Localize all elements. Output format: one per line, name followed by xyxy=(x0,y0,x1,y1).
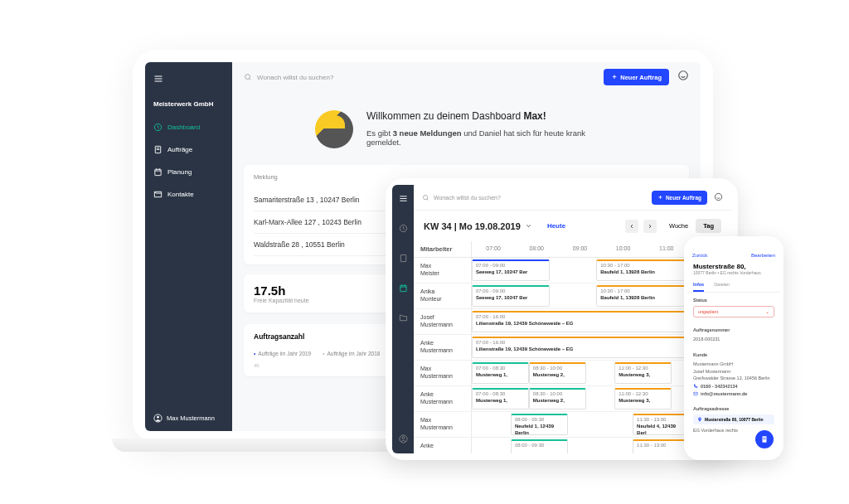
schedule-event[interactable]: 11:00 - 12:30Musterweg 3, xyxy=(614,388,672,410)
search-placeholder: Wonach willst du suchen? xyxy=(434,195,501,201)
stat-value: 17.5h xyxy=(254,284,309,298)
address-label: Auftragsadresse xyxy=(693,406,774,411)
tab-infos[interactable]: Infos xyxy=(693,282,704,292)
sidebar-item-label: Kontakte xyxy=(167,191,194,198)
schedule-event[interactable]: 11:30 - 13:00Neufeld 4, 12439 Berl xyxy=(633,414,690,435)
search-icon xyxy=(244,73,252,81)
user-name: Max Mustermann xyxy=(167,414,215,422)
welcome-block: Willkommen zu deinem Dashboard Max! Es g… xyxy=(232,92,701,160)
kunde-lines: Mustermann GmbH Josef Mustermann Greifsw… xyxy=(693,361,774,381)
schedule-event[interactable]: 07:00 - 16:00Lilienstraße 19, 12439 Schö… xyxy=(472,337,692,358)
svg-point-5 xyxy=(245,75,250,80)
tablet-topbar: Wonach willst du suchen? ＋ Neuer Auftrag xyxy=(414,185,731,211)
view-week[interactable]: Woche xyxy=(662,219,696,233)
schedule-event[interactable]: 08:00 - 09:30 xyxy=(511,439,568,453)
schedule-event[interactable]: 11:30 - 13:00 xyxy=(633,439,690,453)
document-icon[interactable] xyxy=(399,251,408,266)
schedule-event[interactable]: 07:00 - 09:00Seeweg 17, 10247 Ber xyxy=(472,259,550,281)
employee-column-head: Mitarbeiter xyxy=(414,241,472,257)
smiley-icon[interactable] xyxy=(714,190,723,205)
next-button[interactable] xyxy=(643,220,657,233)
kunde-label: Kunde xyxy=(693,352,774,357)
hamburger-icon[interactable] xyxy=(145,70,232,89)
employee-cell: Josef Mustermann xyxy=(414,309,472,334)
phone-topbar: Zurück Bearbeiten xyxy=(687,250,780,261)
today-link[interactable]: Heute xyxy=(547,222,565,230)
fab-button[interactable] xyxy=(755,430,774,448)
svg-point-13 xyxy=(424,195,428,199)
smiley-icon[interactable] xyxy=(677,70,689,85)
schedule-event[interactable]: 07:00 - 08:30Musterweg 1, xyxy=(472,362,529,384)
svg-rect-2 xyxy=(155,169,161,175)
stat-label: Freie Kapazität heute xyxy=(254,298,309,303)
employee-cell: Anke Mustermann xyxy=(414,335,472,360)
employee-cell: Anke xyxy=(414,438,472,453)
new-order-button[interactable]: ＋ Neuer Auftrag xyxy=(604,69,669,85)
phone-subtitle: 10077 Berlin • EG rechts Vorderhaus xyxy=(693,270,774,275)
phone-chip[interactable]: 0180 - 342342134 xyxy=(693,384,774,389)
search-input[interactable]: Wonach willst du suchen? xyxy=(244,73,595,81)
schedule-event[interactable]: 07:00 - 16:00Lilienstraße 19, 12439 Schö… xyxy=(472,311,692,332)
schedule-event[interactable]: 10:30 - 17:00Baufeld 1, 13928 Berlin xyxy=(596,259,695,281)
folder-icon[interactable] xyxy=(399,311,408,326)
sidebar-item-label: Dashboard xyxy=(167,124,200,131)
address-box[interactable]: Musterstraße 80, 10077 Berlin xyxy=(693,414,774,424)
schedule-event[interactable]: 08:00 - 09:30Neufeld 1, 12439 Berlin xyxy=(511,414,568,435)
phone-icon xyxy=(693,384,698,389)
svg-point-12 xyxy=(402,437,405,439)
pin-icon xyxy=(697,417,702,422)
schedule-event[interactable]: 08:30 - 10:00Musterweg 2, xyxy=(529,362,586,384)
chevron-down-icon: ⌄ xyxy=(765,309,769,314)
phone-title: Musterstraße 80, xyxy=(693,263,774,270)
time-column: 11:00 xyxy=(645,241,688,257)
schedule-event[interactable]: 08:30 - 10:00Musterweg 2, xyxy=(529,388,586,410)
employee-cell: Max Mustermann xyxy=(414,361,472,385)
employee-cell: Anika Monteur xyxy=(414,284,472,308)
document-icon xyxy=(760,435,769,443)
email-chip[interactable]: info@mustermann.de xyxy=(693,391,774,396)
welcome-text: Willkommen zu deinem Dashboard Max! Es g… xyxy=(366,110,618,148)
tab-dateien[interactable]: Dateien xyxy=(714,282,730,292)
avatar xyxy=(315,110,353,148)
sidebar-item-dashboard[interactable]: Dashboard xyxy=(145,116,232,138)
edit-button[interactable]: Bearbeiten xyxy=(751,253,775,258)
welcome-heading: Willkommen zu deinem Dashboard Max! xyxy=(366,110,618,122)
time-column: 10:00 xyxy=(602,241,645,257)
search-input[interactable]: Wonach willst du suchen? xyxy=(422,194,645,201)
sidebar-item-label: Planung xyxy=(167,168,192,176)
svg-point-14 xyxy=(715,193,721,200)
sidebar-user[interactable]: Max Mustermann xyxy=(145,405,232,431)
tablet-screen: Wonach willst du suchen? ＋ Neuer Auftrag… xyxy=(392,185,731,453)
status-label: Status xyxy=(693,298,774,303)
view-toggle: Woche Tag xyxy=(662,219,721,233)
phone-frame: Zurück Bearbeiten Musterstraße 80, 10077… xyxy=(684,236,784,460)
sidebar-item-planung[interactable]: Planung xyxy=(145,161,232,183)
svg-point-4 xyxy=(157,416,159,419)
sidebar-item-kontakte[interactable]: Kontakte xyxy=(145,183,232,206)
schedule-event[interactable]: 10:30 - 17:00Baufeld 1, 13928 Berlin xyxy=(596,285,695,307)
time-column: 08:00 xyxy=(515,241,558,257)
schedule-nav: Woche Tag xyxy=(625,219,721,233)
schedule-event[interactable]: 11:00 - 12:30Musterweg 3, xyxy=(614,362,672,384)
schedule-header: KW 34 | Mo 19.08.2019 Heute Woche Tag xyxy=(414,211,731,241)
clock-icon[interactable] xyxy=(399,221,408,236)
calendar-icon[interactable] xyxy=(399,281,408,296)
sidebar-item-auftraege[interactable]: Aufträge xyxy=(145,138,232,161)
schedule-event[interactable]: 07:00 - 09:00Seeweg 17, 10247 Ber xyxy=(472,285,550,307)
status-select[interactable]: ungeplant ⌄ xyxy=(693,306,774,317)
svg-rect-17 xyxy=(763,438,765,439)
topbar: Wonach willst du suchen? ＋ Neuer Auftrag xyxy=(232,62,701,92)
date-label[interactable]: KW 34 | Mo 19.08.2019 xyxy=(424,221,532,231)
view-day[interactable]: Tag xyxy=(696,219,721,233)
sidebar-item-label: Aufträge xyxy=(167,146,192,153)
hamburger-icon[interactable] xyxy=(399,191,408,206)
tablet-sidebar xyxy=(392,185,414,453)
new-order-button[interactable]: ＋ Neuer Auftrag xyxy=(652,191,707,205)
prev-button[interactable] xyxy=(625,220,638,233)
svg-rect-10 xyxy=(400,285,405,291)
schedule-event[interactable]: 07:00 - 08:30Musterweg 1, xyxy=(472,388,529,410)
back-button[interactable]: Zurück xyxy=(692,253,707,258)
user-icon[interactable] xyxy=(399,432,408,447)
phone-tabs: Infos Dateien xyxy=(687,277,780,293)
search-icon xyxy=(422,194,429,201)
